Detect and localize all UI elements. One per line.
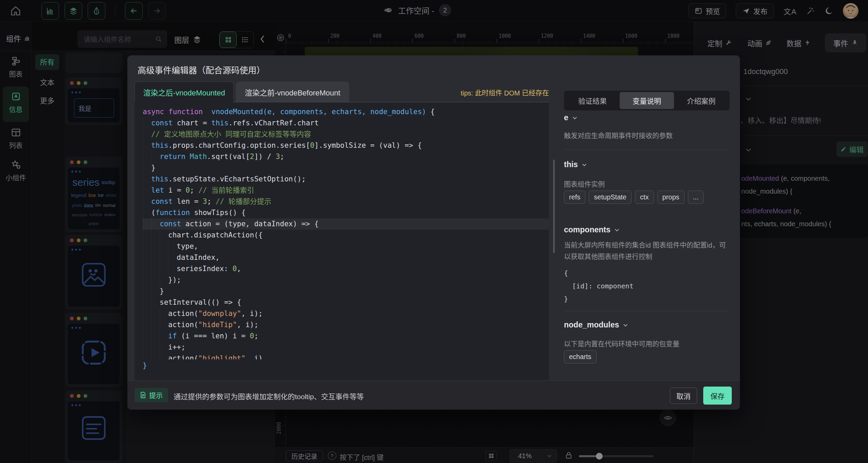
code-editor-lines[interactable]: async function vnodeMounted(e, component… [135,102,549,359]
advanced-event-editor-modal: 高级事件编辑器（配合源码使用） 渲染之后-vnodeMounted 渲染之前-v… [127,55,740,410]
param-chip: ctx [635,191,654,204]
section-components[interactable]: components [564,225,620,234]
tab-vnode-mounted[interactable]: 渲染之后-vnodeMounted [135,82,234,102]
tip-text: 通过提供的参数可为图表增加定制化的tooltip、交互事件等等 [174,391,364,401]
code-line[interactable]: this.setupState.vEchartsSetOption(); [143,174,549,185]
code-line[interactable]: async function vnodeMounted(e, component… [143,106,549,118]
param-chip: setupState [589,191,632,204]
code-line[interactable]: let i = 0; // 当前轮播索引 [143,185,549,196]
inspector-divider [564,149,730,150]
code-line[interactable]: action("highlight", i) [143,353,549,359]
save-button[interactable]: 保存 [703,387,732,405]
param-chip: refs [564,191,585,204]
param-chip: ... [688,191,704,204]
code-line[interactable]: } [143,162,549,174]
tab-validation[interactable]: 验证结果 [565,92,620,109]
inspector-tabs: 验证结果 变量说明 介绍案例 [564,91,730,110]
section-e[interactable]: e [564,113,578,122]
document-icon [140,392,146,398]
section-desc: 图表组件实例 [564,179,605,190]
app-root: 工作空间 - 2 预览 发布 文A 组件 图 [0,0,868,463]
section-title: node_modules [564,320,619,330]
code-line[interactable]: setInterval(() => { [143,297,549,308]
section-this[interactable]: this [564,160,587,169]
tips-text: tips: 此时组件 DOM 已经存在 [432,88,549,97]
tab-examples[interactable]: 介绍案例 [674,92,728,109]
code-line[interactable]: if (i === len) i = 0; [143,331,549,342]
section-desc: 触发对应生命周期事件时接收的参数 [564,130,730,142]
inspector-divider [564,311,730,311]
code-line[interactable]: }); [143,274,549,286]
chevron-down-icon [622,322,628,328]
tab-variables[interactable]: 变量说明 [620,92,674,109]
chevron-down-icon [581,162,587,168]
param-chip: echarts [564,350,597,363]
tip-badge-label: 提示 [149,390,163,400]
section-title: components [564,225,610,234]
components-code: { [id]: component} [564,267,634,305]
code-line[interactable]: chart.dispatchAction({ [143,230,549,241]
section-title: e [564,113,568,122]
chevron-down-icon [614,227,620,233]
code-line[interactable]: seriesIndex: 0, [143,263,549,274]
code-line[interactable]: action("hideTip", i); [143,319,549,331]
section-node-modules[interactable]: node_modules [564,320,628,330]
code-line[interactable]: const chart = this.refs.vChartRef.chart [143,118,549,129]
editor-scrollbar[interactable] [553,160,555,253]
code-line[interactable]: this.props.chartConfig.option.series[0].… [143,140,549,151]
code-line[interactable]: dataIndex, [143,252,549,263]
code-line[interactable]: // 定义地图原点大小 同理可自定义标签等等内容 [143,129,549,140]
code-line[interactable]: return Math.sqrt(val[2]) / 3; [143,151,549,162]
node-modules-chips: echarts [564,350,600,363]
cancel-button[interactable]: 取消 [670,388,697,404]
code-line[interactable]: const len = 3; // 轮播部分提示 [143,196,549,207]
param-chip: props [657,191,685,204]
code-line[interactable]: } [143,286,549,297]
code-line[interactable]: type, [143,241,549,252]
code-line[interactable]: (function showTips() { [143,207,549,218]
chevron-down-icon [572,115,578,121]
code-line[interactable]: action("downplay", i); [143,308,549,319]
modal-footer: 提示 通过提供的参数可为图表增加定制化的tooltip、交互事件等等 取消 保存 [127,380,740,410]
section-title: this [564,160,578,169]
code-closing-brace[interactable]: } [143,361,147,370]
section-desc: 当前大屏内所有组件的集合id 图表组件中的配置id，可以获取其他图表组件进行控制 [564,239,730,263]
tip-badge: 提示 [135,388,168,402]
this-chips: refssetupStatectxprops... [564,191,734,204]
section-desc: 以下是内置在代码环境中可用的包变量 [564,338,679,350]
modal-title: 高级事件编辑器（配合源码使用） [138,64,265,76]
tab-vnode-before-mount[interactable]: 渲染之前-vnodeBeforeMount [236,82,349,102]
code-line[interactable]: const action = (type, dataIndex) => { [143,218,549,230]
code-line[interactable]: i++; [143,342,549,353]
